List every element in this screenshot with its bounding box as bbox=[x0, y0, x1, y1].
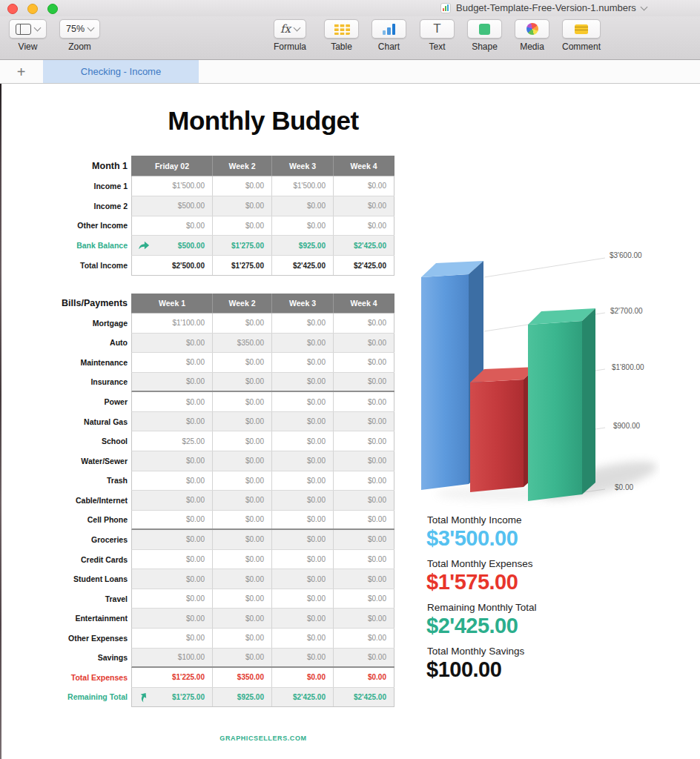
cell-value[interactable]: $0.00 bbox=[272, 668, 334, 687]
cell-value[interactable]: $0.00 bbox=[213, 511, 272, 529]
cell-value[interactable]: $0.00 bbox=[334, 431, 394, 451]
cell-value[interactable]: $0.00 bbox=[213, 314, 272, 333]
cell-value[interactable]: $0.00 bbox=[132, 569, 213, 589]
cell-value[interactable]: $0.00 bbox=[272, 491, 334, 510]
cell-value[interactable]: $0.00 bbox=[213, 451, 272, 471]
zoom-button[interactable]: 75% bbox=[59, 19, 100, 39]
bar-expenses[interactable] bbox=[470, 367, 537, 492]
cell-value[interactable]: $925.00 bbox=[272, 236, 334, 255]
cell-value[interactable]: $0.00 bbox=[213, 471, 272, 491]
cell-value[interactable]: $0.00 bbox=[213, 629, 272, 648]
cell-value[interactable]: $0.00 bbox=[213, 609, 272, 628]
column-header-cell[interactable]: Week 4 bbox=[334, 156, 394, 176]
cell-value[interactable]: $0.00 bbox=[334, 629, 394, 648]
cell-value[interactable]: $0.00 bbox=[334, 412, 394, 431]
cell-value[interactable]: $0.00 bbox=[272, 511, 334, 529]
cell-value[interactable]: $0.00 bbox=[334, 373, 394, 391]
bills-payments-table[interactable]: Bills/PaymentsWeek 1Week 2Week 3Week 4Mo… bbox=[52, 294, 394, 707]
cell-value[interactable]: $0.00 bbox=[132, 334, 213, 353]
cell-value[interactable]: $0.00 bbox=[272, 629, 334, 648]
cell-value[interactable]: $0.00 bbox=[334, 451, 394, 471]
cell-value[interactable]: $0.00 bbox=[213, 431, 272, 451]
chart-button[interactable] bbox=[372, 19, 406, 39]
cell-value[interactable]: $0.00 bbox=[132, 589, 213, 609]
cell-value[interactable]: $0.00 bbox=[132, 550, 213, 569]
cell-value[interactable]: $0.00 bbox=[213, 530, 272, 549]
cell-value[interactable]: $0.00 bbox=[132, 216, 213, 236]
column-header-cell[interactable]: Week 3 bbox=[272, 156, 334, 176]
cell-value[interactable]: $0.00 bbox=[272, 451, 334, 471]
budget-3d-bar-chart[interactable]: $3'600.00$2'700.00$1'800.00$900.00$0.00 bbox=[414, 249, 660, 517]
cell-value[interactable]: $0.00 bbox=[272, 334, 334, 353]
close-window-button[interactable] bbox=[7, 4, 18, 14]
cell-value[interactable]: $0.00 bbox=[132, 491, 213, 510]
cell-value[interactable]: $25.00 bbox=[132, 431, 213, 451]
cell-value[interactable]: $0.00 bbox=[213, 373, 272, 391]
cell-value[interactable]: $0.00 bbox=[132, 451, 213, 471]
column-header-cell[interactable]: Friday 02 bbox=[132, 156, 213, 176]
bar-remaining[interactable] bbox=[528, 308, 595, 501]
cell-value[interactable]: $0.00 bbox=[334, 392, 394, 411]
cell-value[interactable]: $0.00 bbox=[132, 471, 213, 491]
cell-value[interactable]: $2'500.00 bbox=[132, 256, 213, 275]
cell-value[interactable]: $0.00 bbox=[272, 471, 334, 491]
column-header-cell[interactable]: Week 1 bbox=[132, 294, 213, 313]
cell-value[interactable]: $0.00 bbox=[334, 471, 394, 491]
cell-value[interactable]: $0.00 bbox=[334, 353, 394, 372]
cell-value[interactable]: $0.00 bbox=[132, 511, 213, 529]
cell-value[interactable]: $1'500.00 bbox=[132, 176, 213, 196]
cell-value[interactable]: $0.00 bbox=[132, 530, 213, 549]
cell-value[interactable]: $0.00 bbox=[334, 609, 394, 628]
cell-value[interactable]: $1'100.00 bbox=[132, 314, 213, 333]
formula-button[interactable]: fx bbox=[274, 19, 306, 39]
cell-value[interactable]: $0.00 bbox=[213, 491, 272, 510]
sheet-canvas[interactable]: Monthly Budget Month 1Friday 02Week 2Wee… bbox=[0, 84, 700, 759]
cell-value[interactable]: $0.00 bbox=[272, 373, 334, 391]
cell-value[interactable]: $500.00 bbox=[132, 236, 213, 255]
cell-value[interactable]: $0.00 bbox=[213, 196, 272, 216]
cell-value[interactable]: $0.00 bbox=[334, 491, 394, 510]
add-sheet-button[interactable]: + bbox=[0, 60, 42, 83]
cell-value[interactable]: $0.00 bbox=[272, 530, 334, 549]
cell-value[interactable]: $1'275.00 bbox=[213, 236, 272, 255]
cell-value[interactable]: $0.00 bbox=[334, 668, 394, 687]
cell-value[interactable]: $0.00 bbox=[272, 589, 334, 609]
income-table[interactable]: Month 1Friday 02Week 2Week 3Week 4Income… bbox=[52, 156, 394, 276]
cell-value[interactable]: $0.00 bbox=[272, 431, 334, 451]
cell-value[interactable]: $350.00 bbox=[213, 668, 272, 687]
comment-button[interactable] bbox=[562, 19, 601, 39]
cell-value[interactable]: $0.00 bbox=[132, 353, 213, 372]
cell-value[interactable]: $0.00 bbox=[334, 511, 394, 529]
cell-value[interactable]: $2'425.00 bbox=[272, 688, 334, 707]
title-chevron-down-icon[interactable] bbox=[640, 3, 647, 10]
cell-value[interactable]: $0.00 bbox=[334, 550, 394, 569]
cell-value[interactable]: $1'225.00 bbox=[132, 668, 213, 687]
cell-value[interactable]: $0.00 bbox=[334, 334, 394, 353]
cell-value[interactable]: $0.00 bbox=[213, 216, 272, 236]
cell-value[interactable]: $0.00 bbox=[213, 589, 272, 609]
minimize-window-button[interactable] bbox=[27, 4, 38, 14]
cell-value[interactable]: $0.00 bbox=[272, 412, 334, 431]
cell-value[interactable]: $0.00 bbox=[272, 569, 334, 589]
cell-value[interactable]: $0.00 bbox=[213, 176, 272, 196]
table-button[interactable] bbox=[324, 19, 359, 39]
cell-value[interactable]: $0.00 bbox=[132, 392, 213, 411]
cell-value[interactable]: $0.00 bbox=[272, 649, 334, 667]
cell-value[interactable]: $0.00 bbox=[213, 649, 272, 667]
cell-value[interactable]: $0.00 bbox=[272, 216, 334, 236]
cell-value[interactable]: $0.00 bbox=[272, 392, 334, 411]
cell-value[interactable]: $0.00 bbox=[272, 196, 334, 216]
cell-value[interactable]: $2'425.00 bbox=[334, 236, 394, 255]
media-button[interactable] bbox=[515, 19, 549, 39]
column-header-cell[interactable]: Week 2 bbox=[213, 156, 272, 176]
cell-value[interactable]: $350.00 bbox=[213, 334, 272, 353]
cell-value[interactable]: $2'425.00 bbox=[334, 256, 394, 275]
column-header-cell[interactable]: Week 2 bbox=[213, 294, 272, 313]
cell-value[interactable]: $100.00 bbox=[132, 649, 213, 667]
cell-value[interactable]: $0.00 bbox=[334, 216, 394, 236]
cell-value[interactable]: $0.00 bbox=[334, 569, 394, 589]
cell-value[interactable]: $0.00 bbox=[272, 609, 334, 628]
cell-value[interactable]: $0.00 bbox=[213, 353, 272, 372]
cell-value[interactable]: $0.00 bbox=[213, 392, 272, 411]
cell-value[interactable]: $0.00 bbox=[334, 530, 394, 549]
